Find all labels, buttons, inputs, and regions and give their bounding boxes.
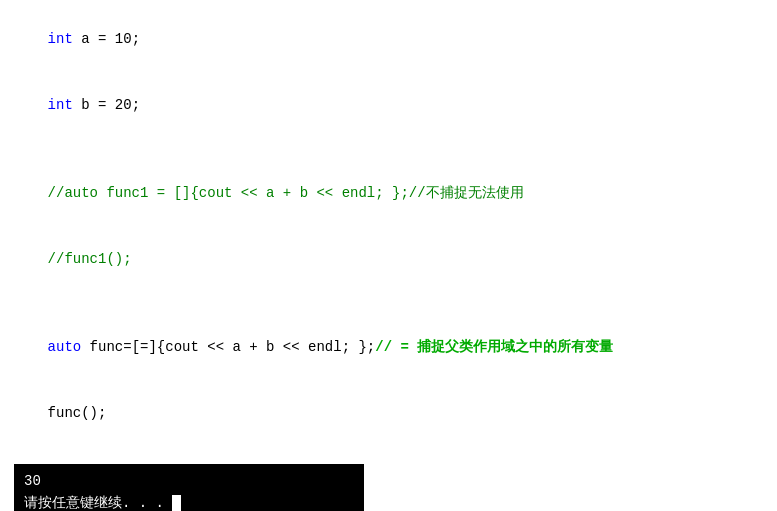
code-line-6 bbox=[14, 292, 763, 314]
terminal-line-1: 30 bbox=[24, 470, 354, 492]
code-line-4: //auto func1 = []{cout << a + b << endl;… bbox=[14, 160, 763, 226]
code-line-7: auto func=[=]{cout << a + b << endl; };/… bbox=[14, 314, 763, 380]
keyword-int-2: int bbox=[48, 97, 73, 113]
terminal-line-2: 请按任意键继续. . . _ bbox=[24, 492, 354, 511]
terminal-output: 30 请按任意键继续. . . _ bbox=[14, 464, 364, 511]
keyword-int-1: int bbox=[48, 31, 73, 47]
code-line-1: int a = 10; bbox=[14, 6, 763, 72]
code-line-3 bbox=[14, 138, 763, 160]
top-code-section: int a = 10; int b = 20; //auto func1 = [… bbox=[0, 0, 777, 456]
code-line-8: func(); bbox=[14, 380, 763, 446]
code-line-2: int b = 20; bbox=[14, 72, 763, 138]
code-line-5: //func1(); bbox=[14, 226, 763, 292]
